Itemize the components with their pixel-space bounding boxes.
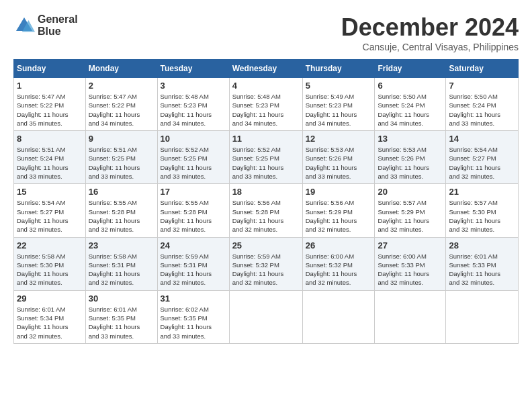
calendar-day-cell: 22Sunrise: 5:58 AM Sunset: 5:30 PM Dayli… [14,237,86,290]
calendar-table: SundayMondayTuesdayWednesdayThursdayFrid… [13,59,519,344]
day-info: Sunrise: 6:01 AM Sunset: 5:33 PM Dayligh… [449,252,515,287]
calendar-day-cell: 10Sunrise: 5:52 AM Sunset: 5:25 PM Dayli… [157,131,229,184]
calendar-day-cell: 30Sunrise: 6:01 AM Sunset: 5:35 PM Dayli… [85,290,157,343]
calendar-week-row: 15Sunrise: 5:54 AM Sunset: 5:27 PM Dayli… [14,184,519,237]
day-number: 1 [17,81,83,91]
day-number: 31 [161,293,226,304]
day-number: 18 [232,187,300,197]
day-number: 4 [232,81,300,91]
calendar-day-cell: 31Sunrise: 6:02 AM Sunset: 5:35 PM Dayli… [157,290,229,343]
calendar-day-cell: 13Sunrise: 5:53 AM Sunset: 5:26 PM Dayli… [375,131,446,184]
calendar-day-cell: 16Sunrise: 5:55 AM Sunset: 5:28 PM Dayli… [85,184,157,237]
day-number: 21 [449,187,515,197]
logo: General Blue [13,13,78,37]
day-number: 19 [306,187,372,197]
day-info: Sunrise: 5:50 AM Sunset: 5:24 PM Dayligh… [449,92,515,128]
calendar-day-cell: 7Sunrise: 5:50 AM Sunset: 5:24 PM Daylig… [446,78,519,131]
day-number: 2 [89,81,154,91]
logo-icon [13,15,35,36]
day-number: 28 [449,240,515,250]
weekday-header: Thursday [302,60,375,78]
weekday-header: Tuesday [157,60,229,78]
day-info: Sunrise: 5:55 AM Sunset: 5:28 PM Dayligh… [89,198,154,234]
calendar-day-cell [375,290,446,343]
day-info: Sunrise: 5:51 AM Sunset: 5:25 PM Dayligh… [89,145,154,181]
calendar-day-cell: 18Sunrise: 5:56 AM Sunset: 5:28 PM Dayli… [229,184,302,237]
calendar-header-row: SundayMondayTuesdayWednesdayThursdayFrid… [14,60,519,78]
weekday-header: Sunday [14,60,86,78]
day-info: Sunrise: 5:56 AM Sunset: 5:28 PM Dayligh… [232,198,300,234]
weekday-header: Saturday [446,60,519,78]
day-number: 9 [89,134,154,144]
day-info: Sunrise: 5:55 AM Sunset: 5:28 PM Dayligh… [161,198,226,234]
day-info: Sunrise: 5:57 AM Sunset: 5:30 PM Dayligh… [449,198,515,234]
day-info: Sunrise: 5:51 AM Sunset: 5:24 PM Dayligh… [17,145,83,181]
calendar-day-cell: 9Sunrise: 5:51 AM Sunset: 5:25 PM Daylig… [85,131,157,184]
calendar-day-cell: 8Sunrise: 5:51 AM Sunset: 5:24 PM Daylig… [14,131,86,184]
calendar-week-row: 8Sunrise: 5:51 AM Sunset: 5:24 PM Daylig… [14,131,519,184]
day-number: 30 [89,293,154,304]
weekday-header: Wednesday [229,60,302,78]
calendar-day-cell: 29Sunrise: 6:01 AM Sunset: 5:34 PM Dayli… [14,290,86,343]
calendar-day-cell: 20Sunrise: 5:57 AM Sunset: 5:29 PM Dayli… [375,184,446,237]
day-number: 5 [306,81,372,91]
calendar-day-cell: 2Sunrise: 5:47 AM Sunset: 5:22 PM Daylig… [85,78,157,131]
day-info: Sunrise: 5:52 AM Sunset: 5:25 PM Dayligh… [232,145,300,181]
calendar-day-cell: 23Sunrise: 5:58 AM Sunset: 5:31 PM Dayli… [85,237,157,290]
day-number: 25 [232,240,300,250]
day-info: Sunrise: 6:01 AM Sunset: 5:35 PM Dayligh… [89,305,154,340]
day-info: Sunrise: 5:52 AM Sunset: 5:25 PM Dayligh… [161,145,226,181]
weekday-header: Monday [85,60,157,78]
calendar-day-cell: 24Sunrise: 5:59 AM Sunset: 5:31 PM Dayli… [157,237,229,290]
day-info: Sunrise: 5:59 AM Sunset: 5:32 PM Dayligh… [232,252,300,287]
day-number: 22 [17,240,83,250]
calendar-day-cell: 14Sunrise: 5:54 AM Sunset: 5:27 PM Dayli… [446,131,519,184]
calendar-day-cell: 1Sunrise: 5:47 AM Sunset: 5:22 PM Daylig… [14,78,86,131]
day-info: Sunrise: 5:58 AM Sunset: 5:31 PM Dayligh… [89,252,154,287]
day-info: Sunrise: 5:57 AM Sunset: 5:29 PM Dayligh… [378,198,443,234]
page-header: General Blue December 2024 Cansuje, Cent… [13,13,519,52]
calendar-day-cell: 12Sunrise: 5:53 AM Sunset: 5:26 PM Dayli… [302,131,375,184]
day-info: Sunrise: 5:56 AM Sunset: 5:29 PM Dayligh… [306,198,372,234]
day-number: 10 [161,134,226,144]
day-number: 7 [449,81,515,91]
day-number: 11 [232,134,300,144]
calendar-day-cell: 19Sunrise: 5:56 AM Sunset: 5:29 PM Dayli… [302,184,375,237]
day-info: Sunrise: 6:00 AM Sunset: 5:32 PM Dayligh… [306,252,372,287]
day-number: 13 [378,134,443,144]
day-info: Sunrise: 5:50 AM Sunset: 5:24 PM Dayligh… [378,92,443,128]
calendar-day-cell: 15Sunrise: 5:54 AM Sunset: 5:27 PM Dayli… [14,184,86,237]
day-number: 29 [17,293,83,304]
location: Cansuje, Central Visayas, Philippines [341,42,519,52]
day-info: Sunrise: 5:48 AM Sunset: 5:23 PM Dayligh… [232,92,300,128]
calendar-day-cell: 26Sunrise: 6:00 AM Sunset: 5:32 PM Dayli… [302,237,375,290]
day-number: 16 [89,187,154,197]
calendar-day-cell: 17Sunrise: 5:55 AM Sunset: 5:28 PM Dayli… [157,184,229,237]
title-block: December 2024 Cansuje, Central Visayas, … [341,13,519,52]
calendar-body: 1Sunrise: 5:47 AM Sunset: 5:22 PM Daylig… [14,78,519,344]
calendar-day-cell: 6Sunrise: 5:50 AM Sunset: 5:24 PM Daylig… [375,78,446,131]
day-number: 23 [89,240,154,250]
logo-text: General Blue [38,13,78,37]
day-info: Sunrise: 5:58 AM Sunset: 5:30 PM Dayligh… [17,252,83,287]
day-number: 14 [449,134,515,144]
calendar-week-row: 29Sunrise: 6:01 AM Sunset: 5:34 PM Dayli… [14,290,519,343]
day-info: Sunrise: 6:01 AM Sunset: 5:34 PM Dayligh… [17,305,83,340]
calendar-week-row: 22Sunrise: 5:58 AM Sunset: 5:30 PM Dayli… [14,237,519,290]
day-info: Sunrise: 5:54 AM Sunset: 5:27 PM Dayligh… [17,198,83,234]
day-number: 15 [17,187,83,197]
calendar-day-cell: 21Sunrise: 5:57 AM Sunset: 5:30 PM Dayli… [446,184,519,237]
calendar-day-cell [446,290,519,343]
calendar-day-cell: 3Sunrise: 5:48 AM Sunset: 5:23 PM Daylig… [157,78,229,131]
day-number: 24 [161,240,226,250]
day-info: Sunrise: 6:02 AM Sunset: 5:35 PM Dayligh… [161,305,226,340]
day-number: 3 [161,81,226,91]
calendar-day-cell [229,290,302,343]
day-info: Sunrise: 5:53 AM Sunset: 5:26 PM Dayligh… [306,145,372,181]
weekday-header: Friday [375,60,446,78]
calendar-week-row: 1Sunrise: 5:47 AM Sunset: 5:22 PM Daylig… [14,78,519,131]
day-number: 12 [306,134,372,144]
day-number: 27 [378,240,443,250]
month-title: December 2024 [341,13,519,42]
calendar-day-cell: 28Sunrise: 6:01 AM Sunset: 5:33 PM Dayli… [446,237,519,290]
